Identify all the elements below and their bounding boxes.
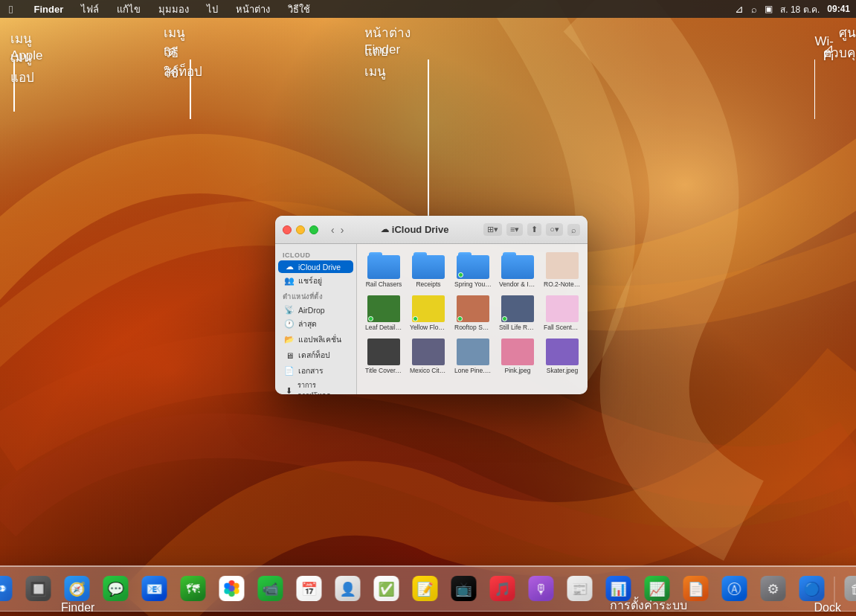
menu-help[interactable]: วิธีใช้ <box>285 1 313 17</box>
spotlight-icon[interactable]: ⌕ <box>751 4 757 15</box>
dock-item-systempreferences[interactable]: ⚙ <box>755 571 791 606</box>
window-close-button[interactable] <box>283 225 292 234</box>
file-item-12[interactable]: Lone Pine.jpeg <box>452 336 494 376</box>
file-item-13[interactable]: Pink.jpeg <box>497 336 538 376</box>
file-name: Receipts <box>416 280 440 288</box>
file-name: RO.2-Notes.jpg <box>544 280 581 288</box>
image-thumb <box>367 339 400 365</box>
dock-item-finder[interactable] <box>0 571 17 606</box>
folder-icon <box>367 252 400 279</box>
file-item-9[interactable]: Fall Scents Outline.pages <box>541 293 583 333</box>
sidebar-item-airdrop[interactable]: 📡 AirDrop <box>278 304 353 316</box>
svg-point-10 <box>1 588 4 591</box>
sidebar-item-documents[interactable]: 📄 เอกสาร <box>278 363 353 379</box>
dock-item-mail[interactable]: 📧 <box>136 571 172 606</box>
dock-container: 🔲 🧭 💬 <box>0 565 856 612</box>
file-name: Mexico City.jpeg <box>410 367 447 374</box>
finder-tag-btn[interactable]: ○▾ <box>546 223 563 236</box>
sidebar-item-downloads[interactable]: ⬇ ราการดาวน์โหลด <box>278 379 353 394</box>
menu-edit[interactable]: แก้ไข <box>114 1 144 17</box>
dock-item-safari[interactable]: 🧭 <box>59 571 94 606</box>
file-item-0[interactable]: Rail Chasers <box>363 250 405 290</box>
file-item-2[interactable]: Spring Youth Council <box>452 250 494 290</box>
menu-finder[interactable]: Finder <box>30 4 66 15</box>
svg-text:📈: 📈 <box>649 581 666 597</box>
dock-item-photos[interactable] <box>213 571 249 606</box>
sidebar-item-applications[interactable]: 📂 แอปพลิเคชั่น <box>278 332 353 347</box>
menu-go[interactable]: ไป <box>204 1 221 17</box>
finder-search-btn[interactable]: ⌕ <box>567 224 580 236</box>
safari-icon-svg: 🧭 <box>64 576 89 601</box>
dock-item-reminders[interactable]: ✅ <box>368 571 404 606</box>
reminders-icon-svg: ✅ <box>373 576 399 601</box>
window-minimize-button[interactable] <box>296 225 305 234</box>
dock-item-appletv[interactable]: 📺 <box>445 571 481 606</box>
finder-view-btn[interactable]: ⊞▾ <box>483 223 502 236</box>
dock: 🔲 🧭 💬 <box>0 565 856 612</box>
dock-item-notes[interactable]: 📝 <box>407 571 443 606</box>
file-item-10[interactable]: Title Cover.jpg <box>363 336 405 376</box>
dock-item-appstore[interactable]: Ⓐ <box>716 571 752 606</box>
finder-body: iCloud ☁ iCloud Drive 👥 แชร์อยู่ ตำแหน่ง… <box>275 244 588 394</box>
menu-file[interactable]: ไฟล์ <box>78 1 102 17</box>
dock-item-podcasts[interactable]: 🎙 <box>523 571 559 606</box>
dock-item-trash[interactable]: 🗑 <box>839 571 856 606</box>
dock-item-calendar[interactable]: 📅 <box>291 571 326 606</box>
svg-text:📰: 📰 <box>571 581 588 597</box>
dock-item-facetime[interactable]: 📹 <box>252 571 288 606</box>
window-maximize-button[interactable] <box>309 225 318 234</box>
menu-view[interactable]: มุมมอง <box>155 1 192 17</box>
finder-back-button[interactable]: ‹ <box>329 224 337 236</box>
file-name: Rail Chasers <box>366 280 402 288</box>
sidebar-item-recents[interactable]: 🕐 ล่าสุด <box>278 316 353 332</box>
image-thumb <box>501 295 534 322</box>
file-name: Rooftop Shoot.jpg <box>454 324 492 331</box>
file-item-4[interactable]: RO.2-Notes.jpg <box>541 250 583 290</box>
dock-item-maps[interactable]: 🗺 <box>175 571 210 606</box>
file-name: Vendor & Invoices <box>499 280 536 288</box>
dock-item-messages[interactable]: 💬 <box>97 571 133 606</box>
file-item-8[interactable]: Still Life Reference.jpg <box>497 293 538 333</box>
dock-item-numbers[interactable]: 📈 <box>639 571 675 606</box>
image-thumb <box>412 339 445 365</box>
finder-share-btn[interactable]: ⬆ <box>527 223 541 236</box>
sidebar-item-icloud-drive[interactable]: ☁ iCloud Drive <box>278 260 353 273</box>
image-thumb <box>501 339 534 365</box>
file-item-7[interactable]: Rooftop Shoot.jpg <box>452 293 494 333</box>
svg-point-9 <box>1 585 4 588</box>
dock-item-contacts[interactable]: 👤 <box>329 571 365 606</box>
svg-text:🎙: 🎙 <box>534 582 547 597</box>
file-item-5[interactable]: Leaf Detail.jpg <box>363 293 405 333</box>
music-icon-svg: 🎵 <box>489 576 515 601</box>
dock-item-news[interactable]: 📰 <box>561 571 597 606</box>
sidebar-item-shared[interactable]: 👥 แชร์อยู่ <box>278 273 353 289</box>
dock-item-music[interactable]: 🎵 <box>484 571 520 606</box>
apple-menu[interactable]:  <box>6 3 16 16</box>
file-item-14[interactable]: Skater.jpeg <box>541 336 583 376</box>
menubar-left:  Finder ไฟล์ แก้ไข มุมมอง ไป หน้าต่าง ว… <box>6 1 313 17</box>
finder-sort-btn[interactable]: ≡▾ <box>506 223 523 236</box>
dock-item-keynote[interactable]: 📊 <box>600 571 636 606</box>
control-center-icon[interactable]: ▣ <box>765 4 773 14</box>
dock-item-screentime[interactable]: 🔵 <box>794 571 829 606</box>
wifi-icon[interactable]: ⊿ <box>735 3 744 15</box>
dock-item-pages[interactable]: 📄 <box>678 571 713 606</box>
folder-icon <box>457 252 489 279</box>
svg-text:🗺: 🗺 <box>186 582 199 597</box>
file-name: Title Cover.jpg <box>365 367 402 374</box>
mail-icon-svg: 📧 <box>141 576 167 601</box>
file-item-1[interactable]: Receipts <box>408 250 449 290</box>
file-item-3[interactable]: Vendor & Invoices <box>497 250 538 290</box>
dock-item-launchpad[interactable]: 🔲 <box>20 571 56 606</box>
folder-icon <box>501 252 534 279</box>
launchpad-icon-svg: 🔲 <box>25 576 51 601</box>
notes-icon-svg: 📝 <box>412 576 437 601</box>
sidebar-item-desktop[interactable]: 🖥 เดสก์ท็อป <box>278 347 353 363</box>
pages-icon-svg: 📄 <box>683 576 708 601</box>
airdrop-icon: 📡 <box>284 305 295 315</box>
menubar-time: 09:41 <box>827 4 850 14</box>
file-item-11[interactable]: Mexico City.jpeg <box>408 336 449 376</box>
file-item-6[interactable]: Yellow Flower.jpg <box>408 293 449 333</box>
finder-forward-button[interactable]: › <box>338 224 347 236</box>
menu-window[interactable]: หน้าต่าง <box>233 1 273 17</box>
